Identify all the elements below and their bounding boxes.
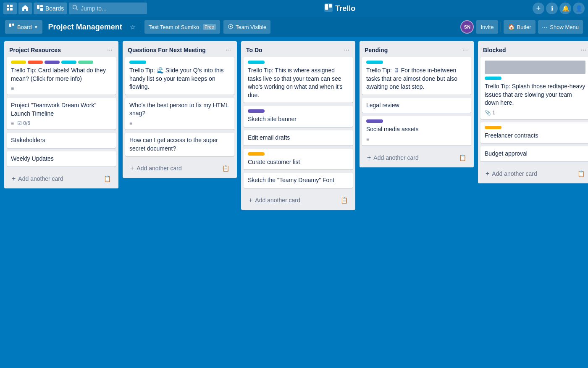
- board-view-button[interactable]: Board ▼: [5, 20, 42, 34]
- card-badge: ≡: [11, 85, 14, 91]
- card[interactable]: Sketch the "Teamy Dreamy" Font: [244, 173, 353, 188]
- card-label-bar: [248, 61, 265, 64]
- svg-rect-10: [325, 4, 328, 10]
- add-card-button[interactable]: + Add another card 📋: [480, 167, 588, 181]
- card-text: Trello Tip: This is where assigned tasks…: [248, 67, 343, 98]
- card[interactable]: Legal review: [362, 98, 471, 113]
- card-text: Freelancer contracts: [485, 132, 538, 139]
- card-label-bar: [129, 61, 146, 64]
- list-cards: Trello Tip: Splash those redtape-heavy i…: [478, 57, 588, 165]
- add-card-button[interactable]: + Add another card 📋: [362, 151, 471, 165]
- svg-rect-6: [40, 8, 43, 11]
- notifications-button[interactable]: 🔔: [559, 3, 571, 14]
- list-cards: Trello Tip: 🌊 Slide your Q's into this h…: [123, 57, 237, 159]
- list-to-do: To Do ··· Trello Tip: This is where assi…: [241, 41, 355, 210]
- avatar[interactable]: SN: [460, 20, 474, 34]
- card-text: How can I get access to the super secret…: [129, 137, 218, 152]
- list-menu-button[interactable]: ···: [578, 45, 588, 55]
- add-card-button[interactable]: + Add another card 📋: [125, 161, 234, 175]
- menu-dots-icon: ···: [542, 24, 548, 30]
- add-card-label: Add another card: [373, 154, 418, 161]
- free-badge: Free: [203, 24, 216, 30]
- apps-button[interactable]: [3, 3, 17, 14]
- card-text: Trello Tip: 🖥 For those in-between tasks…: [366, 67, 457, 90]
- card-text: Legal review: [366, 102, 399, 109]
- list-cards: Trello Tip: This is where assigned tasks…: [241, 57, 355, 191]
- board-view-icon: [9, 24, 15, 31]
- divider: [141, 22, 141, 32]
- card-text: Curate customer list: [248, 159, 300, 165]
- board-view-label: Board: [17, 24, 32, 30]
- card[interactable]: Freelancer contracts: [480, 122, 588, 143]
- list-menu-button[interactable]: ···: [460, 45, 470, 55]
- card-template-icon: 📋: [222, 165, 229, 172]
- card[interactable]: Who's the best person to fix my HTML sna…: [125, 98, 234, 130]
- profile-button[interactable]: 👤: [573, 3, 585, 14]
- home-icon: [22, 5, 29, 13]
- list-menu-button[interactable]: ···: [341, 45, 352, 55]
- team-visible-button[interactable]: Team Visible: [223, 20, 270, 34]
- add-card-label: Add another card: [255, 197, 300, 204]
- card[interactable]: How can I get access to the super secret…: [125, 133, 234, 156]
- card[interactable]: Weekly Updates: [7, 151, 116, 167]
- svg-rect-0: [7, 5, 9, 7]
- card[interactable]: Budget approval: [480, 146, 588, 161]
- list-project-resources: Project Resources ··· Trello Tip: Card l…: [4, 41, 118, 188]
- card[interactable]: Trello Tip: 🌊 Slide your Q's into this h…: [125, 57, 234, 95]
- board-title[interactable]: Project Management: [46, 23, 125, 32]
- plus-icon: +: [12, 175, 16, 183]
- board-content: Project Resources ··· Trello Tip: Card l…: [0, 37, 588, 368]
- search-input[interactable]: [81, 5, 144, 12]
- app-title: Trello: [335, 4, 355, 13]
- plus-icon: +: [130, 164, 134, 172]
- star-icon: ☆: [130, 24, 136, 31]
- search-bar[interactable]: [69, 3, 147, 14]
- svg-rect-4: [37, 5, 39, 9]
- card[interactable]: Trello Tip: 🖥 For those in-between tasks…: [362, 57, 471, 95]
- list-blocked: Blocked ··· Trello Tip: Splash those red…: [478, 41, 588, 183]
- divider2: [501, 22, 501, 32]
- card[interactable]: Stakeholders: [7, 133, 116, 148]
- card[interactable]: Sketch site banner: [244, 106, 353, 127]
- list-cards: Trello Tip: 🖥 For those in-between tasks…: [360, 57, 474, 149]
- card-badge: ≡: [11, 120, 14, 126]
- card[interactable]: Project "Teamwork Dream Work" Launch Tim…: [7, 98, 116, 130]
- boards-label: Boards: [45, 5, 64, 12]
- card[interactable]: Social media assets≡: [362, 116, 471, 146]
- bell-icon: 🔔: [562, 5, 569, 12]
- plus-icon: +: [249, 196, 252, 204]
- svg-rect-5: [40, 5, 43, 7]
- add-card-button[interactable]: + Add another card 📋: [7, 172, 116, 186]
- butler-button[interactable]: 🏠 Butler: [504, 20, 536, 34]
- add-card-button[interactable]: + Add another card 📋: [244, 193, 353, 207]
- show-menu-button[interactable]: ··· Show Menu: [538, 20, 583, 34]
- star-button[interactable]: ☆: [128, 21, 137, 33]
- card[interactable]: Curate customer list: [244, 149, 353, 170]
- info-button[interactable]: ℹ: [546, 3, 558, 14]
- card-label-bar: [485, 126, 501, 129]
- list-menu-button[interactable]: ···: [105, 45, 115, 55]
- list-cards: Trello Tip: Card labels! What do they me…: [4, 57, 118, 170]
- card-label: [28, 61, 43, 64]
- card[interactable]: Edit email drafts: [244, 130, 353, 146]
- card[interactable]: Trello Tip: Splash those redtape-heavy i…: [480, 57, 588, 119]
- card-text: Sketch the "Teamy Dreamy" Font: [248, 177, 334, 183]
- card[interactable]: Trello Tip: Card labels! What do they me…: [7, 57, 116, 95]
- home-button[interactable]: [18, 3, 32, 14]
- list-menu-button[interactable]: ···: [223, 45, 234, 55]
- test-team-button[interactable]: Test Team of Sumiko Free: [144, 20, 220, 34]
- card[interactable]: Trello Tip: This is where assigned tasks…: [244, 57, 353, 103]
- svg-rect-13: [12, 24, 14, 26]
- add-button[interactable]: +: [533, 3, 544, 14]
- invite-button[interactable]: Invite: [476, 20, 498, 34]
- app-title-area: Trello: [149, 3, 531, 14]
- boards-button[interactable]: Boards: [34, 3, 67, 14]
- card-text: Trello Tip: Splash those redtape-heavy i…: [485, 83, 585, 106]
- card-text: Stakeholders: [11, 137, 45, 143]
- card-label-bar: [366, 119, 383, 123]
- search-icon: [72, 5, 78, 12]
- list-title: To Do: [246, 47, 341, 53]
- butler-label: Butler: [517, 24, 531, 30]
- card-template-icon: 📋: [341, 197, 348, 204]
- trello-logo-icon: [324, 3, 333, 14]
